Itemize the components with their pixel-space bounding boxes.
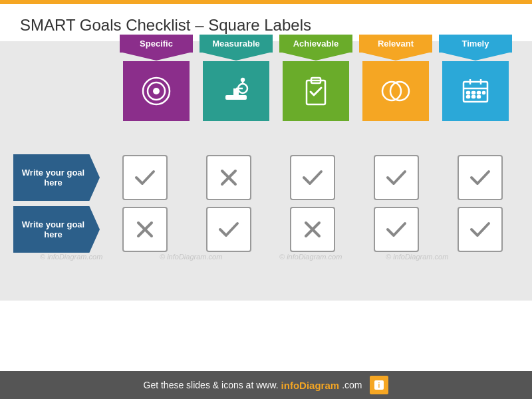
goal-label-2: Write your goal here [13, 206, 100, 253]
achievable-label: Achievable [279, 35, 352, 53]
timely-label: Timely [439, 35, 512, 53]
check-cell-1-3 [374, 155, 419, 200]
rows-section: Write your goal here [13, 154, 519, 253]
col-relevant: Relevant [359, 35, 432, 121]
svg-rect-19 [477, 92, 480, 94]
svg-point-2 [153, 88, 160, 94]
checkmark-icon [383, 164, 410, 191]
check-cell-2-3 [374, 207, 419, 252]
check-cells-1 [106, 155, 519, 200]
goal-label-2-text: Write your goal here [20, 219, 86, 239]
svg-rect-23 [477, 96, 480, 98]
measurable-label: Measurable [200, 35, 273, 53]
watermark-2: © infoDiagram.com [160, 253, 222, 261]
svg-rect-21 [467, 96, 469, 98]
svg-point-11 [382, 82, 401, 100]
relevant-icon-box [362, 61, 429, 121]
svg-text:i: i [378, 382, 380, 389]
col-timely: Timely [439, 35, 512, 121]
check-cell-2-1 [206, 207, 251, 252]
check-cells-2 [106, 207, 519, 252]
main-content: Specific Measurable [0, 41, 532, 301]
circles-icon [378, 74, 413, 108]
specific-icon-box [123, 61, 190, 121]
col-specific: Specific [120, 35, 193, 121]
checkmark-icon [467, 216, 493, 243]
cross-icon [215, 164, 242, 191]
checkmark-icon [383, 216, 410, 243]
relevant-label: Relevant [359, 35, 432, 53]
achievable-icon-box [283, 61, 349, 121]
svg-rect-22 [472, 96, 475, 98]
measurable-icon-box [203, 61, 269, 121]
watermark-4: © infoDiagram.com [386, 253, 448, 261]
check-cell-1-1 [206, 155, 251, 200]
goal-row-1: Write your goal here [13, 154, 519, 201]
bottom-bar: Get these slides & icons at www. infoDia… [0, 371, 532, 399]
check-cell-1-2 [290, 155, 335, 200]
cross-icon [132, 216, 158, 243]
specific-label: Specific [120, 35, 193, 53]
infodiagram-logo-icon: i [370, 376, 388, 394]
check-cell-2-4 [458, 207, 503, 252]
check-cell-1-4 [458, 155, 503, 200]
clipboard-check-icon [299, 74, 333, 108]
checkmark-icon [467, 164, 493, 191]
watermark-1: © infoDiagram.com [40, 253, 102, 261]
smart-headers: Specific Measurable [106, 35, 532, 121]
goal-label-1-text: Write your goal here [20, 168, 86, 188]
svg-rect-17 [467, 92, 469, 94]
col-measurable: Measurable [200, 35, 273, 121]
scale-icon [219, 74, 253, 108]
checkmark-icon [215, 216, 242, 243]
target-icon [139, 74, 174, 108]
svg-rect-3 [225, 95, 247, 100]
page-title: SMART Goals Checklist – Square Labels [20, 16, 512, 35]
check-cell-1-0 [122, 155, 168, 200]
col-achievable: Achievable [279, 35, 352, 121]
check-cell-2-0 [122, 207, 168, 252]
svg-point-8 [241, 78, 244, 81]
timely-icon-box [442, 61, 509, 121]
watermark-3: © infoDiagram.com [279, 253, 342, 261]
calendar-icon [458, 74, 493, 108]
check-cell-2-2 [290, 207, 335, 252]
goal-row-2: Write your goal here [13, 206, 519, 253]
checkmark-icon [132, 164, 158, 191]
svg-rect-18 [472, 92, 475, 94]
svg-rect-20 [483, 92, 485, 94]
cross-icon [299, 216, 326, 243]
bottom-bar-brand: infoDiagram [281, 380, 340, 391]
goal-label-1: Write your goal here [13, 154, 100, 201]
bottom-bar-suffix: .com [342, 380, 362, 390]
checkmark-icon [299, 164, 326, 191]
bottom-bar-text: Get these slides & icons at www. [144, 380, 279, 390]
svg-point-12 [390, 82, 409, 100]
